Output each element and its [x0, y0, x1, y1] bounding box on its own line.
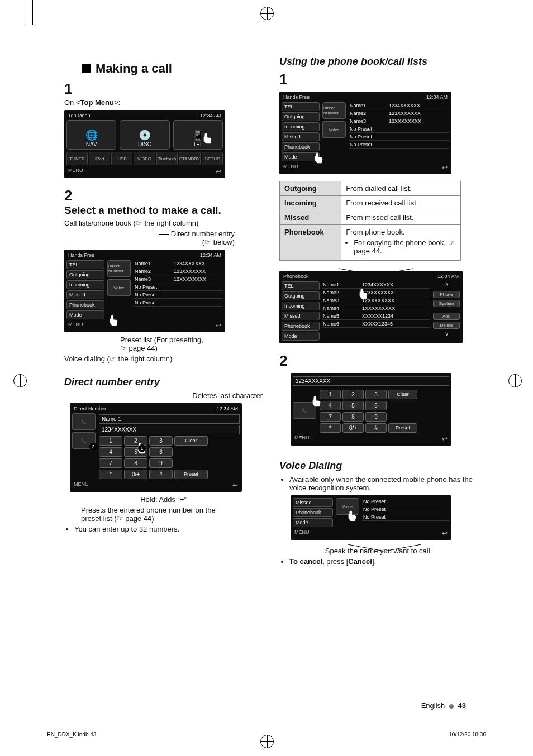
menu-label[interactable]: MENU — [68, 322, 83, 329]
preset-row[interactable]: Name312XXXXXXXX — [349, 118, 449, 125]
dial-icon[interactable]: 📞 — [293, 402, 316, 419]
video-button[interactable]: VIDEO — [134, 152, 155, 165]
tab-tel[interactable]: TEL — [282, 102, 320, 111]
tab-mode[interactable]: Mode — [282, 152, 320, 161]
tab-missed[interactable]: Missed — [282, 132, 320, 141]
key-7[interactable]: 7 — [320, 412, 341, 422]
key-clear[interactable]: Clear — [388, 390, 417, 399]
voice-icon[interactable]: Voice — [322, 121, 346, 138]
phonebook-row[interactable]: Name6XXXXX12345 — [322, 320, 430, 328]
preset-row[interactable]: No Preset — [134, 291, 223, 299]
preset-row[interactable]: No Preset — [134, 299, 223, 307]
key-clear[interactable]: Clear — [174, 436, 208, 446]
ipod-button[interactable]: iPod — [89, 152, 110, 165]
key-8[interactable]: 8 — [124, 458, 147, 468]
disc-button[interactable]: 💿DISC — [120, 120, 169, 150]
phonebook-row[interactable]: Name5XXXXXX1234 — [322, 313, 430, 320]
direct-number-icon[interactable]: Direct Number — [107, 260, 131, 277]
tab-phonebook[interactable]: Phonebook — [282, 142, 320, 151]
key-0plus[interactable]: 0/+ — [124, 470, 147, 479]
key-3[interactable]: 3 — [365, 390, 387, 399]
key-8[interactable]: 8 — [342, 412, 364, 422]
tab-missed[interactable]: Missed — [282, 312, 320, 320]
dial-icon-2[interactable]: 📞2 — [72, 432, 96, 449]
key-5[interactable]: 5 — [342, 401, 364, 410]
setup-button[interactable]: SETUP — [202, 152, 223, 165]
preset-row[interactable]: No Preset — [134, 284, 223, 291]
key-5[interactable]: 5 — [124, 447, 147, 457]
key-9[interactable]: 9 — [365, 412, 387, 422]
menu-label[interactable]: MENU — [74, 481, 89, 489]
key-7[interactable]: 7 — [99, 458, 122, 468]
phonebook-row[interactable]: Name2123XXXXXXX — [322, 289, 430, 296]
side-add-button[interactable]: Add — [433, 313, 460, 320]
key-4[interactable]: 4 — [99, 447, 122, 457]
key-hash[interactable]: # — [149, 470, 173, 479]
voice-icon[interactable]: Voice — [336, 498, 359, 515]
preset-row[interactable]: No Preset — [349, 133, 449, 141]
phonebook-row[interactable]: Name312XXXXXXXX — [322, 297, 430, 304]
back-icon[interactable]: ↩ — [216, 168, 221, 175]
key-4[interactable]: 4 — [320, 401, 341, 410]
menu-label[interactable]: MENU — [294, 435, 310, 443]
tab-phonebook[interactable]: Phonebook — [293, 508, 333, 517]
direct-number-icon[interactable]: Direct Number — [322, 102, 346, 119]
back-icon[interactable]: ↩ — [216, 322, 221, 329]
preset-row[interactable]: Name312XXXXXXXX — [134, 276, 223, 283]
tab-incoming[interactable]: Incoming — [282, 122, 320, 131]
tab-incoming[interactable]: Incoming — [282, 302, 320, 310]
key-6[interactable]: 6 — [365, 401, 387, 410]
tab-mode[interactable]: Mode — [66, 310, 104, 319]
key-preset[interactable]: Preset — [174, 470, 208, 479]
key-9[interactable]: 9 — [149, 458, 173, 468]
tab-outgoing[interactable]: Outgoing — [282, 291, 320, 300]
key-1[interactable]: 1 — [320, 390, 341, 399]
dial-icon[interactable]: 📞 — [72, 413, 96, 430]
preset-row[interactable]: Name11234XXXXXX — [349, 102, 449, 109]
tab-mode[interactable]: Mode — [282, 332, 320, 341]
tab-tel[interactable]: TEL — [66, 260, 104, 269]
standby-button[interactable]: STANDBY — [179, 152, 201, 165]
usb-button[interactable]: USB — [111, 152, 132, 165]
preset-row[interactable]: No Preset — [349, 141, 449, 149]
tab-outgoing[interactable]: Outgoing — [66, 270, 104, 279]
menu-label[interactable]: MENU — [283, 164, 298, 171]
phonebook-row[interactable]: Name11234XXXXXX — [322, 281, 430, 289]
preset-row[interactable]: No Preset — [349, 126, 449, 133]
tab-phonebook[interactable]: Phonebook — [282, 322, 320, 331]
bluetooth-button[interactable]: Bluetooth — [156, 152, 178, 165]
voice-icon[interactable]: Voice — [107, 279, 131, 296]
menu-label[interactable]: MENU — [68, 168, 83, 175]
phonebook-row[interactable]: Name41XXXXXXXXX — [322, 305, 430, 312]
menu-label[interactable]: MENU — [294, 529, 310, 537]
tab-mode[interactable]: Mode — [293, 518, 333, 527]
preset-row[interactable]: Name2123XXXXXXX — [134, 268, 223, 275]
nav-button[interactable]: 🌐NAV — [66, 120, 116, 150]
key-hash[interactable]: # — [365, 423, 387, 433]
tab-phonebook[interactable]: Phonebook — [66, 300, 104, 309]
side-system-button[interactable]: System — [433, 300, 460, 307]
back-icon[interactable]: ↩ — [442, 164, 448, 171]
back-icon[interactable]: ↩ — [442, 435, 448, 443]
side-phone-button[interactable]: Phone — [433, 291, 460, 298]
side-delete-button[interactable]: Delete — [433, 322, 460, 329]
key-3[interactable]: 3 — [149, 436, 173, 446]
tab-incoming[interactable]: Incoming — [66, 280, 104, 289]
tab-missed[interactable]: Missed — [293, 498, 333, 507]
key-star[interactable]: * — [99, 470, 122, 479]
key-6[interactable]: 6 — [149, 447, 173, 457]
key-1[interactable]: 1 — [99, 436, 122, 446]
preset-row[interactable]: Name11234XXXXXX — [134, 260, 223, 267]
back-icon[interactable]: ↩ — [232, 481, 238, 489]
scroll-down-icon[interactable]: ∨ — [441, 331, 452, 338]
preset-row[interactable]: Name2123XXXXXXX — [349, 110, 449, 117]
key-2[interactable]: 2 — [342, 390, 364, 399]
tab-outgoing[interactable]: Outgoing — [282, 112, 320, 121]
tab-tel[interactable]: TEL — [282, 281, 320, 290]
tuner-button[interactable]: TUNER — [66, 152, 88, 165]
tab-missed[interactable]: Missed — [66, 290, 104, 299]
back-icon[interactable]: ↩ — [442, 529, 448, 537]
key-star[interactable]: * — [320, 423, 341, 433]
key-2[interactable]: 2 — [124, 436, 147, 446]
key-0plus[interactable]: 0/+ — [342, 423, 364, 433]
